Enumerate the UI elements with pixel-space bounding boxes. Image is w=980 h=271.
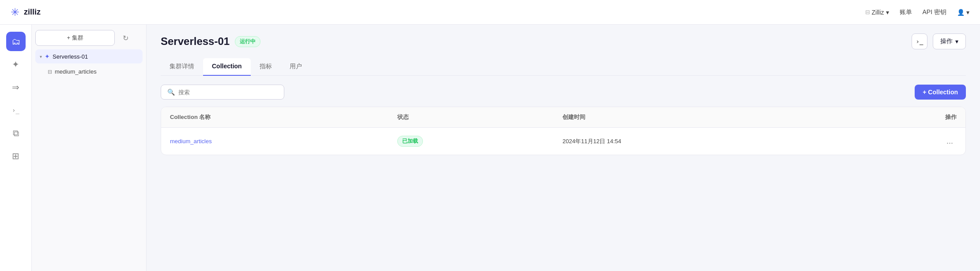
tab-users[interactable]: 用户 (281, 58, 311, 76)
ops-chevron-icon: ▾ (955, 38, 958, 45)
collection-table: Collection 名称 状态 创建时间 操作 medium_articles… (161, 107, 965, 155)
logo-text: zilliz (24, 7, 41, 17)
api-key-link[interactable]: API 密钥 (923, 8, 946, 16)
search-input[interactable] (178, 89, 278, 96)
terminal-btn-icon: ›_ (916, 38, 923, 45)
nav-sidebar: + 集群 ↻ ▾ ✦ Serverless-01 ⊟ medium_articl… (32, 25, 147, 271)
sidebar-copy-btn[interactable]: ⧉ (6, 123, 26, 143)
tab-metrics[interactable]: 指标 (251, 58, 281, 76)
cluster-name: Serverless-01 (53, 53, 88, 60)
sidebar-connect-btn[interactable]: ✦ (6, 55, 26, 74)
table-body: medium_articles 已加载 2024年11月12日 14:54 ..… (161, 128, 965, 155)
user-menu[interactable]: 👤 ▾ (957, 9, 969, 16)
search-box[interactable]: 🔍 (161, 85, 284, 100)
topnav-right: ⊟ Zilliz ▾ 账单 API 密钥 👤 ▾ (865, 8, 969, 16)
cluster-icon: ✦ (45, 53, 50, 60)
ops-button[interactable]: 操作 ▾ (933, 33, 966, 49)
page-title-row: Serverless-01 运行中 (161, 35, 260, 48)
add-collection-button[interactable]: + Collection (915, 85, 966, 100)
database-icon: ⊟ (48, 69, 52, 75)
user-chevron-icon: ▾ (966, 9, 969, 16)
topnav: ✳ zilliz ⊟ Zilliz ▾ 账单 API 密钥 👤 ▾ (0, 0, 980, 25)
refresh-button[interactable]: ↻ (118, 31, 132, 45)
cell-collection-name: medium_articles (161, 128, 388, 155)
user-icon: 👤 (957, 9, 965, 16)
database-name: medium_articles (55, 68, 97, 75)
cluster-item-serverless01[interactable]: ▾ ✦ Serverless-01 (35, 49, 143, 63)
workspace-chevron-icon: ▾ (886, 9, 889, 16)
search-icon: 🔍 (167, 89, 175, 96)
api-key-label: API 密钥 (923, 8, 946, 16)
account-link[interactable]: 账单 (900, 8, 912, 16)
table-row: medium_articles 已加载 2024年11月12日 14:54 ..… (161, 128, 965, 155)
cluster-chevron-icon: ▾ (40, 54, 42, 59)
header-actions: ›_ 操作 ▾ (912, 33, 966, 49)
col-created-at: 创建时间 (554, 107, 845, 128)
sidebar-import-btn[interactable]: ⊞ (6, 146, 26, 166)
account-label: 账单 (900, 8, 912, 16)
collection-table-card: Collection 名称 状态 创建时间 操作 medium_articles… (161, 107, 966, 155)
cell-created-at: 2024年11月12日 14:54 (554, 128, 845, 155)
col-name: Collection 名称 (161, 107, 388, 128)
logo-area: ✳ zilliz (11, 6, 41, 19)
workspace-label: Zilliz (872, 9, 884, 16)
row-more-button[interactable]: ... (943, 135, 957, 148)
database-item-medium-articles[interactable]: ⊟ medium_articles (35, 65, 143, 78)
logo-icon: ✳ (11, 6, 19, 19)
sidebar-collections-btn[interactable]: 🗂 (6, 32, 26, 51)
page-title: Serverless-01 (161, 35, 230, 48)
import-icon: ⊞ (12, 151, 19, 161)
tabs: 集群详情 Collection 指标 用户 (161, 58, 966, 76)
sidebar-forward-btn[interactable]: ⇒ (6, 78, 26, 97)
sidebar-terminal-btn[interactable]: ›_ (6, 100, 26, 120)
add-cluster-label: + 集群 (67, 34, 83, 42)
cell-status: 已加载 (388, 128, 554, 155)
more-icon: ... (946, 137, 953, 145)
collection-name-link[interactable]: medium_articles (170, 138, 212, 145)
workspace-selector[interactable]: ⊟ Zilliz ▾ (865, 9, 889, 16)
connect-icon: ✦ (12, 59, 19, 70)
forward-icon: ⇒ (12, 82, 19, 93)
page-header: Serverless-01 运行中 ›_ 操作 ▾ (161, 33, 966, 49)
tab-cluster-detail[interactable]: 集群详情 (161, 58, 203, 76)
table-header-row: Collection 名称 状态 创建时间 操作 (161, 107, 965, 128)
copy-icon: ⧉ (13, 128, 19, 138)
icon-sidebar: 🗂 ✦ ⇒ ›_ ⧉ ⊞ (0, 25, 32, 271)
refresh-icon: ↻ (123, 34, 128, 42)
terminal-icon: ›_ (12, 107, 19, 114)
app-layout: 🗂 ✦ ⇒ ›_ ⧉ ⊞ + 集群 ↻ ▾ ✦ Se (0, 0, 980, 271)
ops-label: 操作 (940, 37, 953, 45)
search-action-row: 🔍 + Collection (161, 85, 966, 100)
main-content: Serverless-01 运行中 ›_ 操作 ▾ 集群详情 Collectio… (147, 25, 980, 271)
col-ops: 操作 (846, 107, 965, 128)
folder-icon: 🗂 (11, 37, 20, 47)
add-cluster-button[interactable]: + 集群 (35, 30, 115, 46)
tab-collection[interactable]: Collection (203, 58, 251, 76)
status-badge: 运行中 (235, 36, 260, 47)
add-collection-label: + Collection (923, 89, 958, 96)
loaded-badge: 已加载 (397, 136, 423, 147)
cell-ops: ... (846, 128, 965, 155)
nav-header-row: + 集群 ↻ (35, 30, 143, 46)
terminal-button[interactable]: ›_ (912, 33, 927, 49)
col-status: 状态 (388, 107, 554, 128)
table-head: Collection 名称 状态 创建时间 操作 (161, 107, 965, 128)
